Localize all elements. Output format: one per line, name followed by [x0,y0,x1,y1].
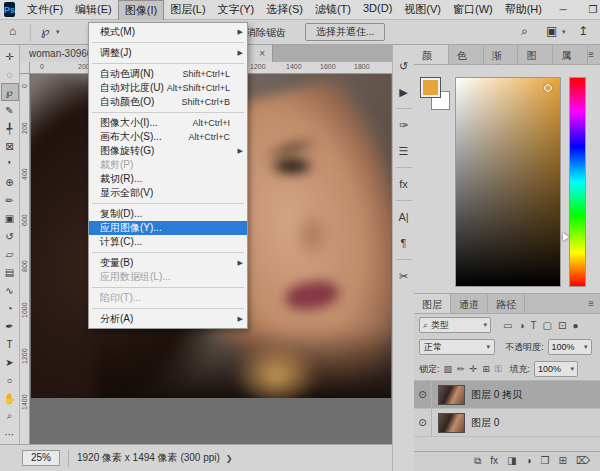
layer-row[interactable]: ⊙图层 0 拷贝 [414,381,600,409]
layers-panel-tab[interactable]: 图层 [414,294,451,313]
menubar-item[interactable]: 编辑(E) [69,0,118,20]
status-chevron-icon[interactable]: ❯ [226,454,233,463]
search-icon[interactable]: ⌕ [521,24,528,38]
menu-item[interactable]: 计算(C)... [89,235,247,249]
menu-item[interactable]: 调整(J)▶ [89,46,247,60]
maximize-button[interactable]: ❐ [578,0,600,20]
menu-item[interactable]: 画布大小(S)...Alt+Ctrl+C [89,130,247,144]
color-panel-tab[interactable]: 色板 [449,45,484,64]
lock-pixels-icon[interactable]: ✏ [457,364,465,374]
select-and-mask-button[interactable]: 选择并遮住... [305,23,385,41]
menubar-item[interactable]: 文件(F) [21,0,69,20]
color-panel-tab[interactable]: 属性 [553,45,588,64]
new-adjustment-layer-icon[interactable]: ◑ [525,455,531,466]
menu-item[interactable]: 显示全部(V) [89,186,247,200]
color-cursor[interactable] [544,84,552,92]
filter-adjustment-layers-icon[interactable]: ◑ [518,320,524,331]
paragraph-panel-icon[interactable]: ¶ [394,230,414,256]
menu-item[interactable]: 分析(A)▶ [89,312,247,326]
foreground-color-swatch[interactable] [420,77,441,98]
pen-tool[interactable]: ✒ [1,317,19,335]
hue-slider-marker[interactable] [563,233,569,241]
lock-transparency-icon[interactable]: ▨ [444,364,453,374]
zoom-level-field[interactable]: 25% [22,450,60,466]
brush-tool[interactable]: ✏ [1,191,19,209]
saturation-brightness-field[interactable] [455,77,561,287]
layer-style-icon[interactable]: fx [490,455,498,466]
hand-tool[interactable]: ✋ [1,389,19,407]
layer-filter-type[interactable]: ⌕ 类型 ▾ [419,317,491,333]
history-panel-icon[interactable]: ↺ [394,53,414,79]
actions-panel-icon[interactable]: ▶ [394,79,414,105]
brush-settings-panel-icon[interactable]: ✑ [394,112,414,138]
filter-type-layers-icon[interactable]: T [531,320,537,331]
menubar-item[interactable]: 视图(V) [398,0,447,20]
character-panel-icon[interactable]: A| [394,204,414,230]
share-icon[interactable]: ↥ [578,24,588,38]
menu-item[interactable]: 变量(B)▶ [89,256,247,270]
layers-panel-tab[interactable]: 路径 [488,294,525,313]
color-panel-tab[interactable]: 颜色 [414,45,449,64]
frame-tool[interactable]: ⊠ [1,137,19,155]
menubar-item[interactable]: 帮助(H) [499,0,548,20]
new-group-icon[interactable]: ❐ [541,455,550,466]
menu-item[interactable]: 模式(M)▶ [89,25,247,39]
panel-menu-icon[interactable]: ≡ [588,294,600,313]
lasso-tool[interactable]: ℘ [1,83,19,101]
healing-brush-tool[interactable]: ⊕ [1,173,19,191]
type-tool[interactable]: T [1,335,19,353]
filter-smart-objects-icon[interactable]: ⊡ [558,320,566,331]
chevron-down-icon[interactable]: ▾ [562,28,566,36]
lock-artboard-icon[interactable]: ⊞ [482,364,490,374]
delete-layer-icon[interactable]: ⌦ [576,455,590,466]
dodge-tool[interactable]: ◔ [1,299,19,317]
hue-slider[interactable] [569,77,586,287]
filter-shape-layers-icon[interactable]: ▢ [543,320,552,331]
tool-presets-panel-icon[interactable]: ✂ [394,263,414,289]
menubar-item[interactable]: 选择(S) [260,0,309,20]
clone-stamp-tool[interactable]: ▣ [1,209,19,227]
add-layer-mask-icon[interactable]: ◨ [507,455,516,466]
menubar-item[interactable]: 图像(I) [118,0,164,20]
opacity-field[interactable]: 100% ▾ [548,339,592,355]
gradient-tool[interactable]: ▤ [1,263,19,281]
menubar-item[interactable]: 图层(L) [164,0,211,20]
menu-item[interactable]: 裁切(R)... [89,172,247,186]
menu-item[interactable]: 图像旋转(G)▶ [89,144,247,158]
eraser-tool[interactable]: ▱ [1,245,19,263]
fill-field[interactable]: 100% ▾ [534,361,578,377]
blend-mode-select[interactable]: 正常 ▾ [419,339,495,355]
menu-item[interactable]: 图像大小(I)...Alt+Ctrl+I [89,116,247,130]
path-select-tool[interactable]: ➤ [1,353,19,371]
link-layers-icon[interactable]: ⧉ [474,455,481,467]
crop-tool[interactable]: ╃ [1,119,19,137]
menu-item[interactable]: 应用图像(Y)... [89,221,247,235]
smudge-tool[interactable]: ∿ [1,281,19,299]
tab-close-icon[interactable]: × [259,48,272,59]
menubar-item[interactable]: 滤镜(T) [309,0,357,20]
menu-item[interactable]: 复制(D)... [89,207,247,221]
layer-visibility-eye-icon[interactable]: ⊙ [414,381,432,408]
move-tool[interactable]: ✛ [1,47,19,65]
styles-panel-icon[interactable]: fx [394,171,414,197]
marquee-tool[interactable]: ◌ [1,65,19,83]
lock-position-icon[interactable]: ✛ [470,364,478,374]
workspace-icon[interactable]: ▣ [546,24,557,38]
menubar-item[interactable]: 窗口(W) [447,0,499,20]
new-layer-icon[interactable]: ⊞ [558,455,566,466]
quick-selection-tool[interactable]: ✎ [1,101,19,119]
panel-menu-icon[interactable]: ≡ [588,45,600,64]
layer-thumbnail[interactable] [438,385,465,405]
menubar-item[interactable]: 3D(D) [357,0,398,20]
edit-toolbar[interactable]: ⋯ [1,425,19,443]
shape-tool[interactable]: ○ [1,371,19,389]
layer-thumbnail[interactable] [438,413,465,433]
color-panel-tab[interactable]: 渐变 [484,45,519,64]
layer-row[interactable]: ⊙图层 0 [414,409,600,437]
eyedropper-tool[interactable]: ❜ [1,155,19,173]
zoom-tool[interactable]: ⌕ [1,407,19,425]
filter-toggle-icon[interactable]: ● [572,320,578,331]
lasso-tool-icon[interactable]: ℘ [41,24,49,38]
color-panel-tab[interactable]: 图案 [518,45,553,64]
menu-item[interactable]: 自动颜色(O)Shift+Ctrl+B [89,95,247,109]
